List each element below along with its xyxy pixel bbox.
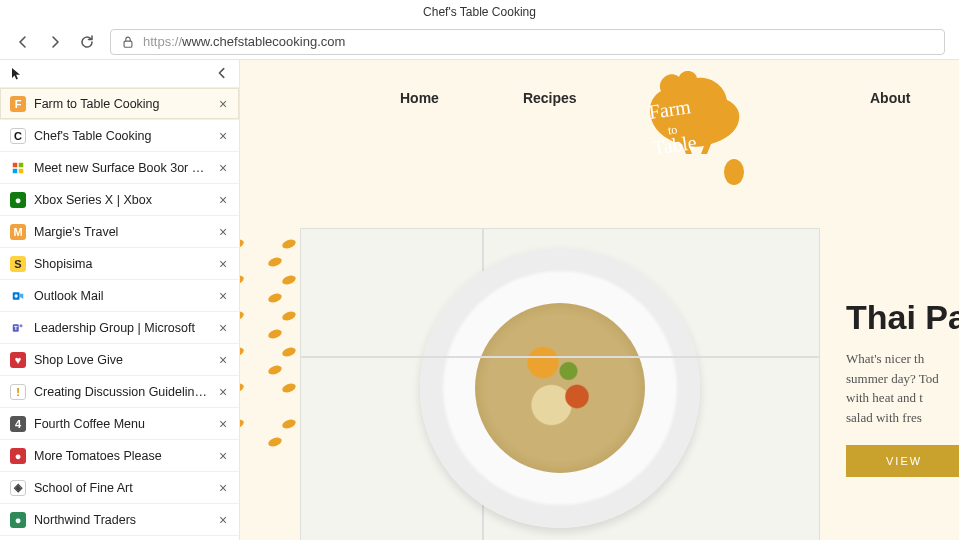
tab-row[interactable]: !Creating Discussion Guidelines× (0, 376, 239, 408)
close-tab-button[interactable]: × (215, 256, 231, 272)
svg-text:T: T (14, 325, 18, 331)
tab-title: Xbox Series X | Xbox (34, 193, 207, 207)
close-tab-button[interactable]: × (215, 512, 231, 528)
article-preview: Thai Pa What's nicer th summer day? Tod … (846, 298, 959, 477)
svg-point-10 (724, 159, 744, 185)
back-button[interactable] (14, 33, 32, 51)
close-tab-button[interactable]: × (215, 448, 231, 464)
favicon (10, 160, 26, 176)
url-text: https://www.chefstablecooking.com (143, 34, 345, 49)
tab-row[interactable]: ●More Tomatoes Please× (0, 440, 239, 472)
tab-title: Shop Love Give (34, 353, 207, 367)
svg-rect-3 (13, 168, 18, 173)
tab-row[interactable]: Meet new Surface Book 3or 15.5"× (0, 152, 239, 184)
close-tab-button[interactable]: × (215, 352, 231, 368)
favicon: S (10, 256, 26, 272)
close-tab-button[interactable]: × (215, 128, 231, 144)
tab-title: School of Fine Art (34, 481, 207, 495)
lock-icon (121, 35, 135, 49)
nav-link-home[interactable]: Home (400, 90, 439, 106)
svg-rect-4 (19, 168, 24, 173)
svg-rect-1 (13, 162, 18, 167)
sidebar-header (0, 60, 239, 88)
close-tab-button[interactable]: × (215, 320, 231, 336)
browser-toolbar: https://www.chefstablecooking.com (0, 24, 959, 60)
window-titlebar: Chef's Table Cooking (0, 0, 959, 24)
tab-row[interactable]: ●Northwind Traders× (0, 504, 239, 536)
reload-button[interactable] (78, 33, 96, 51)
cursor-icon (8, 65, 26, 83)
tab-title: Leadership Group | Microsoft (34, 321, 207, 335)
tab-title: Shopisima (34, 257, 207, 271)
tab-row[interactable]: ◈School of Fine Art× (0, 472, 239, 504)
logo-text: Farm to Table (646, 97, 697, 157)
svg-point-6 (14, 294, 17, 297)
favicon: ● (10, 512, 26, 528)
close-tab-button[interactable]: × (215, 160, 231, 176)
close-tab-button[interactable]: × (215, 480, 231, 496)
tab-row[interactable]: SShopisima× (0, 248, 239, 280)
close-tab-button[interactable]: × (215, 224, 231, 240)
tab-title: Margie's Travel (34, 225, 207, 239)
favicon: 4 (10, 416, 26, 432)
tab-row[interactable]: Outlook Mail× (0, 280, 239, 312)
tab-title: Northwind Traders (34, 513, 207, 527)
nav-link-recipes[interactable]: Recipes (523, 90, 577, 106)
close-tab-button[interactable]: × (215, 416, 231, 432)
favicon: ! (10, 384, 26, 400)
tab-title: Fourth Coffee Menu (34, 417, 207, 431)
favicon: T (10, 320, 26, 336)
site-nav-right: About Contac (870, 90, 959, 106)
site-logo[interactable]: Farm to Table (626, 66, 766, 196)
forward-button[interactable] (46, 33, 64, 51)
plate-graphic (420, 248, 700, 528)
favicon: C (10, 128, 26, 144)
tab-row[interactable]: FFarm to Table Cooking× (0, 88, 239, 120)
chicken-icon (626, 66, 766, 196)
favicon: ◈ (10, 480, 26, 496)
tab-title: Chef's Table Cooking (34, 129, 207, 143)
tab-row[interactable]: TLeadership Group | Microsoft× (0, 312, 239, 344)
favicon: ● (10, 448, 26, 464)
reload-icon (79, 34, 95, 50)
close-tab-button[interactable]: × (215, 384, 231, 400)
tab-title: Farm to Table Cooking (34, 97, 207, 111)
tab-title: More Tomatoes Please (34, 449, 207, 463)
nav-link-about[interactable]: About (870, 90, 910, 106)
favicon: ● (10, 192, 26, 208)
svg-rect-2 (19, 162, 24, 167)
window-title: Chef's Table Cooking (423, 5, 536, 19)
tab-row[interactable]: 4Fourth Coffee Menu× (0, 408, 239, 440)
favicon (10, 288, 26, 304)
page-content: Home Recipes About Contac Farm to Table (240, 60, 959, 540)
favicon: ♥ (10, 352, 26, 368)
tab-title: Meet new Surface Book 3or 15.5" (34, 161, 207, 175)
hero-image (300, 228, 820, 540)
view-recipe-button[interactable]: VIEW (846, 445, 959, 477)
close-tab-button[interactable]: × (215, 96, 231, 112)
food-graphic (475, 303, 645, 473)
tab-row[interactable]: MMargie's Travel× (0, 216, 239, 248)
address-bar[interactable]: https://www.chefstablecooking.com (110, 29, 945, 55)
tab-title: Creating Discussion Guidelines (34, 385, 207, 399)
chevron-left-icon (215, 66, 229, 80)
svg-point-9 (20, 324, 23, 327)
tab-row[interactable]: ●Xbox Series X | Xbox× (0, 184, 239, 216)
tab-title: Outlook Mail (34, 289, 207, 303)
close-tab-button[interactable]: × (215, 288, 231, 304)
tab-row[interactable]: CChef's Table Cooking× (0, 120, 239, 152)
favicon: F (10, 96, 26, 112)
article-body: What's nicer th summer day? Tod with hea… (846, 349, 959, 427)
site-nav: Home Recipes (400, 90, 577, 106)
tab-list: FFarm to Table Cooking×CChef's Table Coo… (0, 88, 239, 536)
arrow-right-icon (47, 34, 63, 50)
vertical-tabs-sidebar: FFarm to Table Cooking×CChef's Table Coo… (0, 60, 240, 540)
tab-row[interactable]: ♥Shop Love Give× (0, 344, 239, 376)
url-prefix: https:// (143, 34, 182, 49)
collapse-sidebar-button[interactable] (215, 66, 231, 82)
svg-rect-0 (124, 41, 132, 47)
close-tab-button[interactable]: × (215, 192, 231, 208)
url-host: www.chefstablecooking.com (182, 34, 345, 49)
favicon: M (10, 224, 26, 240)
arrow-left-icon (15, 34, 31, 50)
